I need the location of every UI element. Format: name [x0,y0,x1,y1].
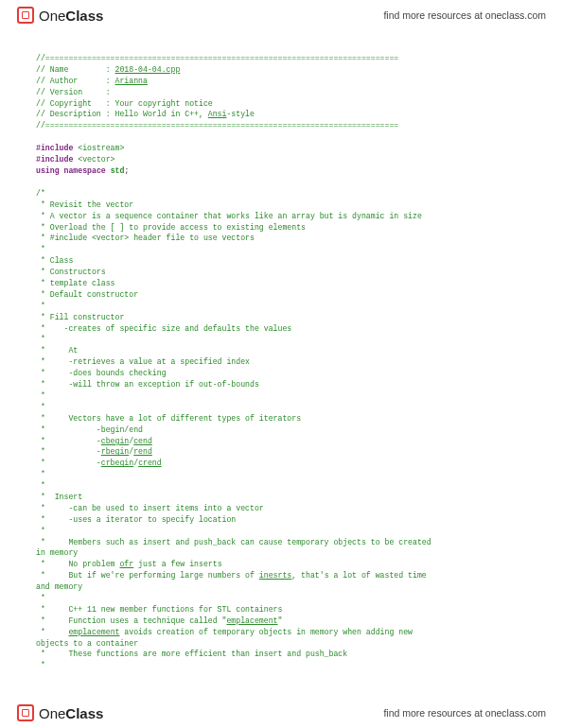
code-document: //======================================… [0,30,563,681]
c-blank5: * [36,402,527,413]
c-blank2: * [36,301,527,312]
author-value: Arianna [115,77,148,85]
name-value: 2018-04-04.cpp [115,65,181,74]
c-default: * Default constructor [36,289,527,301]
c-blank3: * [36,334,527,345]
page-footer: OneClass find more resources at oneclass… [0,698,563,728]
brand-text: OneClass [39,8,103,24]
brand-text-footer: OneClass [39,705,103,721]
c-begin-end: * -begin/end [36,425,527,436]
c-emplacement2: * emplacement avoids creation of tempora… [36,627,527,638]
include-vector: #include <vector> [36,154,527,165]
c-blank6: * [36,469,527,480]
c-efficient: * These functions are more efficient tha… [36,649,527,660]
c-members-cont: in memory [36,547,527,559]
c-revisit: * Revisit the vector [36,199,527,211]
include-iostream: #include <iostream> [36,143,527,154]
c-noproblem: * No problem ofr just a few inserts [36,559,527,570]
version-line: // Version : [36,88,111,96]
c-blank7: * [36,480,527,492]
desc-style: -style [226,110,254,118]
c-template: * template class [36,278,527,289]
c-insert-desc1: * -can be used to insert items into a ve… [36,503,527,514]
block-open: /* [36,188,527,199]
sep-bottom: //======================================… [36,121,398,130]
c-rbegin-rend: * -rbegin/rend [36,446,527,458]
c-blank8: * [36,526,527,537]
desc-label: // Description : Hello World in C++, [36,110,208,118]
c-emplacement2-cont: objects to a container [36,638,527,650]
c-at-throw: * -will throw an exception if out-of-bou… [36,379,527,390]
author-label: // Author : [36,77,115,85]
logo-icon-footer [17,704,34,721]
c-insert: * Insert [36,492,527,503]
c-at-retrieve: * -retrieves a value at a specified inde… [36,356,527,368]
c-class: * Class [36,255,527,267]
c-blank4: * [36,390,527,402]
resources-link-top[interactable]: find more resources at oneclass.com [383,9,546,21]
c-emplacement1: * Function uses a technique called "empl… [36,615,527,627]
c-include: * #include <vector> header file to use v… [36,233,527,244]
page-header: OneClass find more resources at oneclass… [0,0,563,30]
sep-top: //======================================… [36,54,398,62]
brand-logo: OneClass [17,7,103,24]
c-cbegin-cend: * -cbegin/cend [36,436,527,447]
desc-ansi: Ansi [208,110,227,118]
c-constructors: * Constructors [36,267,527,278]
c-cpp11: * C++ 11 new member functions for STL co… [36,604,527,615]
c-members: * Members such as insert and push_back c… [36,537,527,548]
c-butif-cont: and memory [36,581,527,593]
c-insert-desc2: * -uses a iterator to specify location [36,514,527,526]
c-at-bounds: * -does bounds checking [36,368,527,379]
c-at: * At [36,345,527,356]
c-fill: * Fill constructor [36,312,527,323]
resources-link-bottom[interactable]: find more resources at oneclass.com [383,707,546,719]
c-blank10: * [36,660,527,671]
name-label: // Name : [36,65,115,74]
c-crbegin-crend: * -crbegin/crend [36,458,527,469]
copyright-line: // Copyright : Your copyright notice [36,99,213,108]
logo-icon [17,7,34,24]
c-fill-desc: * -creates of specific size and defaults… [36,323,527,335]
c-overload: * Overload the [ ] to provide access to … [36,222,527,234]
c-blank9: * [36,593,527,604]
c-butif: * But if we're performing large numbers … [36,570,527,581]
c-seqcontainer: * A vector is a sequence container that … [36,211,527,222]
c-blank: * [36,244,527,255]
brand-logo-footer: OneClass [17,704,103,721]
using-namespace: using namespace std; [36,165,527,177]
c-iterators: * Vectors have a lot of different types … [36,413,527,425]
